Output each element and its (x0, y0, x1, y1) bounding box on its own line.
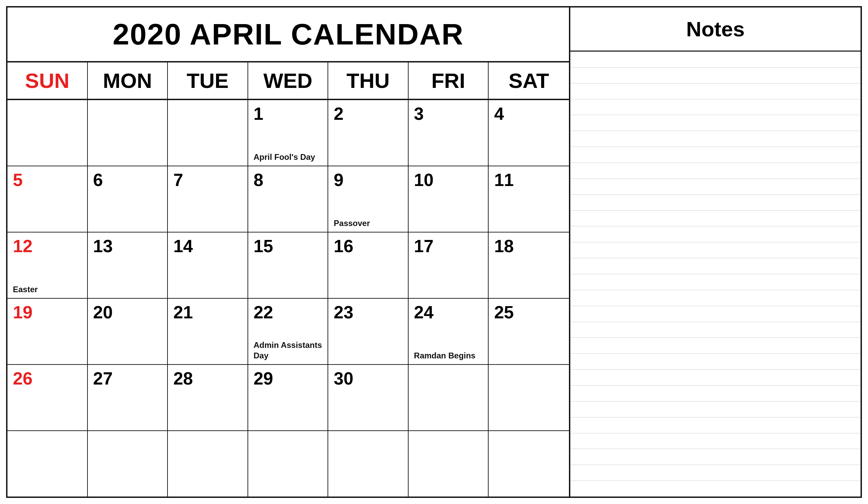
day-number: 19 (13, 303, 32, 321)
day-number: 14 (173, 237, 193, 255)
day-cell: 27 (88, 365, 168, 430)
day-cell (248, 431, 329, 496)
day-number: 5 (13, 171, 23, 189)
day-event: Easter (13, 284, 38, 295)
note-line[interactable] (570, 322, 860, 338)
day-number: 16 (334, 237, 353, 255)
day-number: 18 (494, 237, 514, 255)
note-line[interactable] (570, 465, 860, 481)
day-number: 4 (494, 105, 504, 122)
note-line[interactable] (570, 226, 860, 242)
note-line[interactable] (570, 131, 860, 147)
note-line[interactable] (570, 338, 860, 354)
day-cell: 7 (168, 166, 248, 232)
day-number: 12 (13, 237, 32, 255)
day-event: Admin Assistants Day (254, 340, 322, 361)
day-number: 6 (93, 171, 103, 189)
day-number: 3 (414, 105, 424, 122)
note-line[interactable] (570, 385, 860, 402)
day-cell: 3 (409, 100, 489, 165)
note-line[interactable] (570, 481, 860, 496)
day-cell: 4 (488, 100, 569, 165)
week-row-3: 19202122Admin Assistants Day2324Ramdan B… (8, 299, 569, 365)
day-header-fri: FRI (409, 62, 489, 99)
week-row-0: 1April Fool's Day234 (8, 100, 569, 166)
day-number: 7 (173, 171, 183, 189)
week-row-2: 12Easter131415161718 (8, 232, 569, 299)
note-line[interactable] (570, 68, 860, 83)
day-number: 26 (13, 370, 32, 387)
note-line[interactable] (570, 211, 860, 227)
day-cell: 23 (328, 299, 409, 364)
day-cell: 24Ramdan Begins (409, 299, 489, 364)
day-number: 9 (334, 171, 343, 189)
day-header-sat: SAT (488, 62, 569, 99)
note-line[interactable] (570, 290, 860, 306)
day-number: 8 (254, 171, 264, 189)
day-number: 10 (414, 171, 434, 189)
day-cell: 16 (328, 232, 409, 298)
day-cell: 6 (88, 166, 168, 232)
note-line[interactable] (570, 195, 860, 211)
note-line[interactable] (570, 417, 860, 433)
day-cell: 22Admin Assistants Day (248, 299, 329, 364)
note-line[interactable] (570, 147, 860, 163)
day-header-sun: SUN (8, 62, 88, 99)
day-number: 23 (334, 303, 353, 321)
notes-section: Notes (570, 8, 860, 496)
day-cell (409, 431, 489, 496)
note-line[interactable] (570, 52, 860, 68)
day-cell (88, 431, 168, 496)
note-line[interactable] (570, 433, 860, 449)
day-number: 13 (93, 237, 113, 255)
day-cell (488, 365, 569, 430)
day-cell (488, 431, 569, 496)
day-cell: 26 (8, 365, 88, 430)
day-number: 2 (334, 105, 343, 122)
day-cell: 18 (488, 232, 569, 298)
week-row-1: 56789Passover1011 (8, 166, 569, 232)
note-line[interactable] (570, 274, 860, 290)
note-line[interactable] (570, 115, 860, 131)
week-row-4: 2627282930 (8, 365, 569, 431)
calendar-title: 2020 APRIL CALENDAR (8, 8, 569, 62)
note-line[interactable] (570, 99, 860, 115)
calendar-wrapper: 2020 APRIL CALENDAR SUNMONTUEWEDTHUFRISA… (6, 6, 862, 498)
day-event: April Fool's Day (254, 152, 315, 162)
day-cell (8, 100, 88, 165)
note-line[interactable] (570, 449, 860, 465)
day-number: 27 (93, 370, 113, 387)
day-number: 30 (334, 370, 353, 387)
day-cell: 1April Fool's Day (248, 100, 329, 165)
day-cell: 20 (88, 299, 168, 364)
day-number: 29 (254, 370, 273, 387)
note-line[interactable] (570, 163, 860, 179)
note-line[interactable] (570, 258, 860, 274)
note-line[interactable] (570, 354, 860, 370)
day-number: 15 (254, 237, 273, 255)
day-cell: 12Easter (8, 232, 88, 298)
day-cell: 17 (409, 232, 489, 298)
day-cell: 10 (409, 166, 489, 232)
note-line[interactable] (570, 242, 860, 258)
day-cell: 19 (8, 299, 88, 364)
note-line[interactable] (570, 370, 860, 385)
day-number: 22 (254, 303, 273, 321)
day-headers: SUNMONTUEWEDTHUFRISAT (8, 62, 569, 100)
note-line[interactable] (570, 179, 860, 195)
day-header-thu: THU (328, 62, 409, 99)
day-cell (409, 365, 489, 430)
notes-lines[interactable] (570, 52, 860, 496)
note-line[interactable] (570, 402, 860, 417)
day-number: 1 (254, 105, 264, 122)
note-line[interactable] (570, 306, 860, 322)
day-cell (168, 431, 248, 496)
day-event: Passover (334, 218, 370, 229)
day-cell (8, 431, 88, 496)
day-cell: 15 (248, 232, 329, 298)
day-number: 20 (93, 303, 113, 321)
day-header-tue: TUE (168, 62, 248, 99)
calendar-grid: SUNMONTUEWEDTHUFRISAT 1April Fool's Day2… (8, 62, 569, 496)
calendar-section: 2020 APRIL CALENDAR SUNMONTUEWEDTHUFRISA… (8, 8, 570, 496)
note-line[interactable] (570, 83, 860, 99)
